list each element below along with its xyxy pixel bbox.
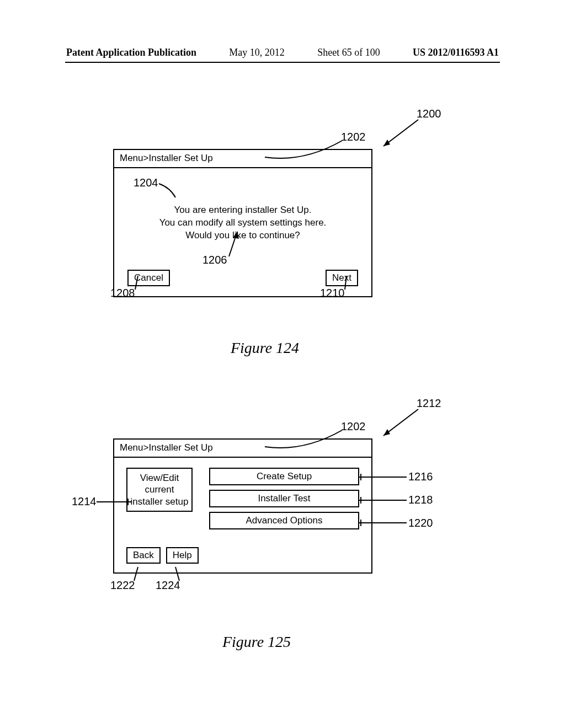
- header-rule: [65, 62, 500, 63]
- refnum-1224: 1224: [156, 579, 180, 592]
- breadcrumb: Menu>Installer Set Up: [114, 150, 371, 168]
- header-sheet: Sheet 65 of 100: [317, 47, 380, 58]
- svg-line-0: [383, 120, 418, 146]
- refnum-1208: 1208: [110, 287, 135, 299]
- figure-124-caption: Figure 124: [72, 339, 458, 357]
- back-button[interactable]: Back: [126, 547, 161, 564]
- figure-125-block: Menu>Installer Set Up View/Edit current …: [72, 397, 475, 656]
- refnum-1206: 1206: [202, 254, 227, 266]
- help-button[interactable]: Help: [166, 547, 199, 564]
- cancel-button[interactable]: Cancel: [127, 270, 170, 286]
- menu-body: View/Edit current installer setup Create…: [114, 458, 371, 572]
- refnum-1220: 1220: [408, 517, 433, 529]
- advanced-options-button[interactable]: Advanced Options: [209, 512, 359, 529]
- header-publication: Patent Application Publication: [66, 47, 196, 58]
- refnum-1200: 1200: [417, 108, 441, 120]
- header-date: May 10, 2012: [229, 47, 285, 58]
- refnum-1202: 1202: [341, 420, 366, 433]
- screen-124: Menu>Installer Set Up You are entering i…: [113, 149, 372, 297]
- refnum-1218: 1218: [408, 494, 433, 506]
- refnum-1210: 1210: [320, 287, 345, 299]
- refnum-1222: 1222: [110, 579, 135, 592]
- svg-line-6: [383, 409, 418, 436]
- page-header: Patent Application Publication May 10, 2…: [66, 47, 499, 58]
- create-setup-button[interactable]: Create Setup: [209, 468, 359, 485]
- figure-124-block: Menu>Installer Set Up You are entering i…: [72, 108, 458, 367]
- header-number: US 2012/0116593 A1: [413, 47, 499, 58]
- msg-line-2: You can modify all system settings here.: [127, 217, 358, 229]
- refnum-1214: 1214: [72, 495, 97, 508]
- view-edit-button[interactable]: View/Edit current installer setup: [126, 468, 193, 512]
- msg-line-1: You are entering installer Set Up.: [127, 204, 358, 217]
- refnum-1204: 1204: [134, 176, 158, 189]
- svg-marker-1: [383, 140, 390, 146]
- refnum-1216: 1216: [408, 470, 433, 483]
- svg-marker-7: [383, 429, 390, 436]
- breadcrumb: Menu>Installer Set Up: [114, 440, 371, 458]
- figure-125-caption: Figure 125: [72, 633, 441, 651]
- refnum-1212: 1212: [417, 397, 441, 410]
- screen-125: Menu>Installer Set Up View/Edit current …: [113, 438, 372, 574]
- next-button[interactable]: Next: [326, 270, 358, 286]
- installer-setup-message: You are entering installer Set Up. You c…: [127, 204, 358, 242]
- installer-test-button[interactable]: Installer Test: [209, 490, 359, 507]
- msg-line-3: Would you like to continue?: [127, 229, 358, 242]
- refnum-1202: 1202: [341, 131, 366, 143]
